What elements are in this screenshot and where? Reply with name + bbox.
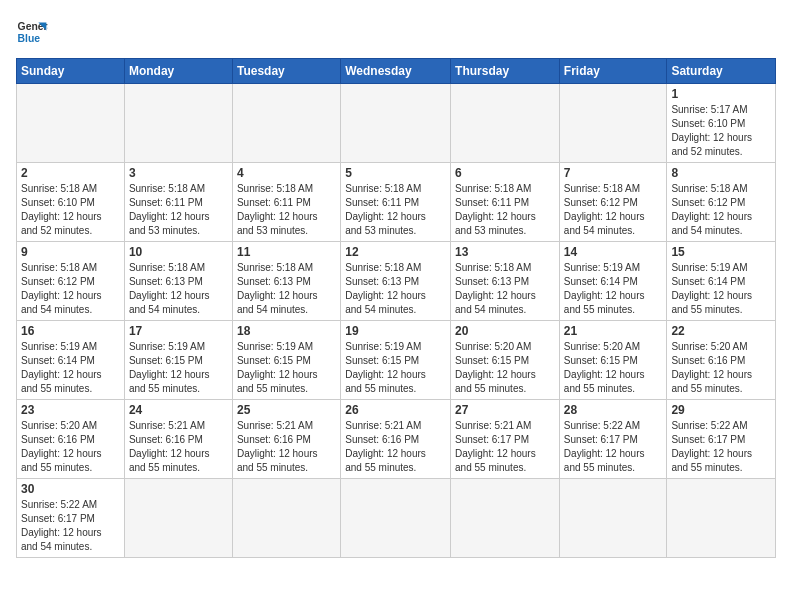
calendar-day-cell: 6Sunrise: 5:18 AM Sunset: 6:11 PM Daylig… xyxy=(451,163,560,242)
calendar-day-cell: 12Sunrise: 5:18 AM Sunset: 6:13 PM Dayli… xyxy=(341,242,451,321)
calendar-day-cell: 11Sunrise: 5:18 AM Sunset: 6:13 PM Dayli… xyxy=(232,242,340,321)
day-number: 27 xyxy=(455,403,555,417)
calendar-day-cell: 5Sunrise: 5:18 AM Sunset: 6:11 PM Daylig… xyxy=(341,163,451,242)
calendar-day-cell xyxy=(451,84,560,163)
day-number: 19 xyxy=(345,324,446,338)
calendar-table: SundayMondayTuesdayWednesdayThursdayFrid… xyxy=(16,58,776,558)
day-info-text: Sunrise: 5:19 AM Sunset: 6:15 PM Dayligh… xyxy=(345,340,446,396)
day-info-text: Sunrise: 5:21 AM Sunset: 6:17 PM Dayligh… xyxy=(455,419,555,475)
day-info-text: Sunrise: 5:22 AM Sunset: 6:17 PM Dayligh… xyxy=(671,419,771,475)
day-info-text: Sunrise: 5:18 AM Sunset: 6:13 PM Dayligh… xyxy=(129,261,228,317)
weekday-header-monday: Monday xyxy=(124,59,232,84)
calendar-day-cell: 10Sunrise: 5:18 AM Sunset: 6:13 PM Dayli… xyxy=(124,242,232,321)
svg-text:Blue: Blue xyxy=(18,33,41,44)
calendar-day-cell: 29Sunrise: 5:22 AM Sunset: 6:17 PM Dayli… xyxy=(667,400,776,479)
calendar-day-cell: 26Sunrise: 5:21 AM Sunset: 6:16 PM Dayli… xyxy=(341,400,451,479)
day-info-text: Sunrise: 5:22 AM Sunset: 6:17 PM Dayligh… xyxy=(21,498,120,554)
day-info-text: Sunrise: 5:20 AM Sunset: 6:15 PM Dayligh… xyxy=(455,340,555,396)
day-info-text: Sunrise: 5:18 AM Sunset: 6:13 PM Dayligh… xyxy=(237,261,336,317)
day-number: 13 xyxy=(455,245,555,259)
day-info-text: Sunrise: 5:18 AM Sunset: 6:12 PM Dayligh… xyxy=(21,261,120,317)
day-number: 20 xyxy=(455,324,555,338)
weekday-header-sunday: Sunday xyxy=(17,59,125,84)
day-number: 18 xyxy=(237,324,336,338)
calendar-day-cell: 1Sunrise: 5:17 AM Sunset: 6:10 PM Daylig… xyxy=(667,84,776,163)
weekday-header-wednesday: Wednesday xyxy=(341,59,451,84)
day-number: 4 xyxy=(237,166,336,180)
day-info-text: Sunrise: 5:18 AM Sunset: 6:13 PM Dayligh… xyxy=(455,261,555,317)
calendar-day-cell xyxy=(559,84,667,163)
day-info-text: Sunrise: 5:19 AM Sunset: 6:14 PM Dayligh… xyxy=(21,340,120,396)
calendar-day-cell: 15Sunrise: 5:19 AM Sunset: 6:14 PM Dayli… xyxy=(667,242,776,321)
day-number: 28 xyxy=(564,403,663,417)
day-number: 21 xyxy=(564,324,663,338)
calendar-day-cell xyxy=(232,84,340,163)
calendar-week-row: 1Sunrise: 5:17 AM Sunset: 6:10 PM Daylig… xyxy=(17,84,776,163)
weekday-header-friday: Friday xyxy=(559,59,667,84)
day-info-text: Sunrise: 5:21 AM Sunset: 6:16 PM Dayligh… xyxy=(345,419,446,475)
day-info-text: Sunrise: 5:19 AM Sunset: 6:14 PM Dayligh… xyxy=(564,261,663,317)
day-number: 24 xyxy=(129,403,228,417)
day-info-text: Sunrise: 5:18 AM Sunset: 6:12 PM Dayligh… xyxy=(564,182,663,238)
day-number: 17 xyxy=(129,324,228,338)
calendar-day-cell: 17Sunrise: 5:19 AM Sunset: 6:15 PM Dayli… xyxy=(124,321,232,400)
day-info-text: Sunrise: 5:18 AM Sunset: 6:11 PM Dayligh… xyxy=(129,182,228,238)
calendar-day-cell: 21Sunrise: 5:20 AM Sunset: 6:15 PM Dayli… xyxy=(559,321,667,400)
calendar-day-cell: 23Sunrise: 5:20 AM Sunset: 6:16 PM Dayli… xyxy=(17,400,125,479)
day-info-text: Sunrise: 5:18 AM Sunset: 6:11 PM Dayligh… xyxy=(455,182,555,238)
calendar-day-cell xyxy=(667,479,776,558)
calendar-day-cell: 18Sunrise: 5:19 AM Sunset: 6:15 PM Dayli… xyxy=(232,321,340,400)
day-info-text: Sunrise: 5:21 AM Sunset: 6:16 PM Dayligh… xyxy=(129,419,228,475)
calendar-day-cell: 2Sunrise: 5:18 AM Sunset: 6:10 PM Daylig… xyxy=(17,163,125,242)
day-number: 26 xyxy=(345,403,446,417)
day-number: 10 xyxy=(129,245,228,259)
day-info-text: Sunrise: 5:18 AM Sunset: 6:13 PM Dayligh… xyxy=(345,261,446,317)
day-number: 5 xyxy=(345,166,446,180)
calendar-day-cell xyxy=(232,479,340,558)
day-number: 30 xyxy=(21,482,120,496)
day-number: 22 xyxy=(671,324,771,338)
page: General Blue SundayMondayTuesdayWednesda… xyxy=(0,0,792,574)
day-info-text: Sunrise: 5:18 AM Sunset: 6:11 PM Dayligh… xyxy=(345,182,446,238)
calendar-day-cell xyxy=(341,84,451,163)
calendar-day-cell: 7Sunrise: 5:18 AM Sunset: 6:12 PM Daylig… xyxy=(559,163,667,242)
calendar-week-row: 9Sunrise: 5:18 AM Sunset: 6:12 PM Daylig… xyxy=(17,242,776,321)
day-info-text: Sunrise: 5:22 AM Sunset: 6:17 PM Dayligh… xyxy=(564,419,663,475)
day-info-text: Sunrise: 5:18 AM Sunset: 6:11 PM Dayligh… xyxy=(237,182,336,238)
day-info-text: Sunrise: 5:20 AM Sunset: 6:15 PM Dayligh… xyxy=(564,340,663,396)
day-info-text: Sunrise: 5:19 AM Sunset: 6:15 PM Dayligh… xyxy=(129,340,228,396)
calendar-day-cell: 27Sunrise: 5:21 AM Sunset: 6:17 PM Dayli… xyxy=(451,400,560,479)
day-info-text: Sunrise: 5:19 AM Sunset: 6:14 PM Dayligh… xyxy=(671,261,771,317)
calendar-day-cell: 25Sunrise: 5:21 AM Sunset: 6:16 PM Dayli… xyxy=(232,400,340,479)
calendar-day-cell: 30Sunrise: 5:22 AM Sunset: 6:17 PM Dayli… xyxy=(17,479,125,558)
header: General Blue xyxy=(16,16,776,48)
day-number: 7 xyxy=(564,166,663,180)
weekday-header-tuesday: Tuesday xyxy=(232,59,340,84)
calendar-day-cell: 3Sunrise: 5:18 AM Sunset: 6:11 PM Daylig… xyxy=(124,163,232,242)
calendar-day-cell xyxy=(17,84,125,163)
day-info-text: Sunrise: 5:20 AM Sunset: 6:16 PM Dayligh… xyxy=(671,340,771,396)
day-number: 11 xyxy=(237,245,336,259)
day-info-text: Sunrise: 5:19 AM Sunset: 6:15 PM Dayligh… xyxy=(237,340,336,396)
day-info-text: Sunrise: 5:18 AM Sunset: 6:10 PM Dayligh… xyxy=(21,182,120,238)
calendar-day-cell: 24Sunrise: 5:21 AM Sunset: 6:16 PM Dayli… xyxy=(124,400,232,479)
day-number: 16 xyxy=(21,324,120,338)
calendar-week-row: 30Sunrise: 5:22 AM Sunset: 6:17 PM Dayli… xyxy=(17,479,776,558)
calendar-day-cell: 4Sunrise: 5:18 AM Sunset: 6:11 PM Daylig… xyxy=(232,163,340,242)
day-number: 29 xyxy=(671,403,771,417)
weekday-header-thursday: Thursday xyxy=(451,59,560,84)
day-number: 12 xyxy=(345,245,446,259)
calendar-day-cell: 13Sunrise: 5:18 AM Sunset: 6:13 PM Dayli… xyxy=(451,242,560,321)
day-info-text: Sunrise: 5:21 AM Sunset: 6:16 PM Dayligh… xyxy=(237,419,336,475)
day-number: 1 xyxy=(671,87,771,101)
calendar-day-cell xyxy=(124,84,232,163)
generalblue-logo-icon: General Blue xyxy=(16,16,48,48)
calendar-week-row: 2Sunrise: 5:18 AM Sunset: 6:10 PM Daylig… xyxy=(17,163,776,242)
day-number: 15 xyxy=(671,245,771,259)
day-number: 2 xyxy=(21,166,120,180)
day-number: 8 xyxy=(671,166,771,180)
calendar-day-cell: 9Sunrise: 5:18 AM Sunset: 6:12 PM Daylig… xyxy=(17,242,125,321)
calendar-header-row: SundayMondayTuesdayWednesdayThursdayFrid… xyxy=(17,59,776,84)
calendar-day-cell: 22Sunrise: 5:20 AM Sunset: 6:16 PM Dayli… xyxy=(667,321,776,400)
calendar-day-cell xyxy=(124,479,232,558)
